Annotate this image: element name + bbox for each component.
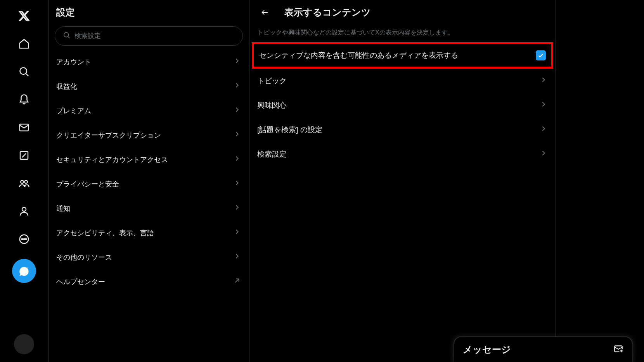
settings-item-label: プライバシーと安全 bbox=[56, 179, 119, 189]
chevron-right-icon bbox=[539, 76, 548, 86]
detail-description: トピックや興味関心などの設定に基づいてXの表示内容を決定します。 bbox=[249, 25, 556, 42]
back-button[interactable] bbox=[257, 5, 273, 20]
settings-search-input[interactable] bbox=[74, 32, 235, 40]
search-icon[interactable] bbox=[14, 61, 35, 82]
settings-header: 設定 bbox=[48, 0, 249, 22]
sensitive-media-label: センシティブな内容を含む可能性のあるメディアを表示する bbox=[259, 50, 458, 60]
chevron-right-icon bbox=[233, 252, 241, 262]
settings-item-premium[interactable]: プレミアム bbox=[48, 98, 249, 123]
avatar[interactable] bbox=[14, 334, 34, 354]
chevron-right-icon bbox=[539, 100, 548, 110]
settings-item-security[interactable]: セキュリティとアカウントアクセス bbox=[48, 147, 249, 172]
chevron-right-icon bbox=[233, 81, 241, 91]
detail-title: 表示するコンテンツ bbox=[284, 6, 371, 19]
svg-line-1 bbox=[26, 74, 28, 76]
settings-item-label: ヘルプセンター bbox=[56, 277, 105, 286]
chevron-right-icon bbox=[233, 130, 241, 140]
chevron-right-icon bbox=[539, 149, 548, 159]
messages-title: メッセージ bbox=[463, 343, 511, 356]
svg-point-7 bbox=[22, 207, 26, 211]
messages-dock[interactable]: メッセージ bbox=[454, 337, 632, 362]
settings-item-privacy[interactable]: プライバシーと安全 bbox=[48, 172, 249, 196]
svg-point-5 bbox=[21, 181, 24, 184]
settings-column: 設定 アカウント 収益化 プレミアム ク bbox=[48, 0, 249, 362]
svg-line-15 bbox=[68, 36, 69, 38]
detail-item-explore-settings[interactable]: [話題を検索] の設定 bbox=[249, 117, 556, 142]
sensitive-media-toggle-row[interactable]: センシティブな内容を含む可能性のあるメディアを表示する bbox=[252, 42, 553, 69]
chevron-right-icon bbox=[233, 179, 241, 189]
chevron-right-icon bbox=[233, 203, 241, 214]
messages-icon[interactable] bbox=[14, 117, 35, 138]
settings-item-label: アクセシビリティ、表示、言語 bbox=[56, 228, 154, 238]
settings-list: アカウント 収益化 プレミアム クリエイターサブスクリプション セキュリティとア… bbox=[48, 50, 249, 294]
compose-message-icon[interactable] bbox=[613, 344, 623, 355]
communities-icon[interactable] bbox=[14, 173, 35, 194]
settings-item-additional[interactable]: その他のリソース bbox=[48, 245, 249, 269]
svg-point-6 bbox=[24, 181, 28, 184]
settings-item-label: アカウント bbox=[56, 57, 91, 67]
detail-item-label: 興味関心 bbox=[257, 100, 287, 110]
detail-item-search-settings[interactable]: 検索設定 bbox=[249, 142, 556, 166]
more-icon[interactable] bbox=[14, 229, 35, 250]
settings-title: 設定 bbox=[56, 6, 241, 19]
chevron-right-icon bbox=[539, 124, 548, 135]
navigation-rail bbox=[0, 0, 48, 362]
x-logo-icon[interactable] bbox=[14, 5, 35, 26]
detail-column: 表示するコンテンツ トピックや興味関心などの設定に基づいてXの表示内容を決定しま… bbox=[249, 0, 556, 362]
chevron-right-icon bbox=[233, 105, 241, 116]
svg-point-0 bbox=[20, 67, 27, 74]
settings-item-label: 通知 bbox=[56, 204, 70, 213]
detail-item-interests[interactable]: 興味関心 bbox=[249, 93, 556, 117]
settings-item-label: プレミアム bbox=[56, 106, 91, 115]
profile-icon[interactable] bbox=[14, 201, 35, 222]
svg-point-11 bbox=[26, 239, 27, 240]
detail-item-label: 検索設定 bbox=[257, 149, 287, 159]
settings-item-creator-subscriptions[interactable]: クリエイターサブスクリプション bbox=[48, 123, 249, 147]
settings-item-accessibility[interactable]: アクセシビリティ、表示、言語 bbox=[48, 221, 249, 245]
sensitive-media-checkbox[interactable] bbox=[536, 50, 546, 60]
chevron-right-icon bbox=[233, 154, 241, 165]
search-icon bbox=[63, 31, 71, 41]
external-link-icon bbox=[233, 276, 241, 287]
detail-item-label: [話題を検索] の設定 bbox=[257, 125, 322, 135]
settings-item-help[interactable]: ヘルプセンター bbox=[48, 269, 249, 294]
detail-list: センシティブな内容を含む可能性のあるメディアを表示する トピック 興味関心 [話… bbox=[249, 42, 556, 166]
home-icon[interactable] bbox=[14, 33, 35, 54]
settings-item-notifications[interactable]: 通知 bbox=[48, 196, 249, 221]
compose-button[interactable] bbox=[12, 259, 36, 283]
chevron-right-icon bbox=[233, 57, 241, 67]
svg-point-10 bbox=[24, 239, 25, 240]
settings-item-label: セキュリティとアカウントアクセス bbox=[56, 155, 168, 164]
settings-item-label: 収益化 bbox=[56, 82, 77, 91]
detail-item-topics[interactable]: トピック bbox=[249, 69, 556, 93]
notifications-icon[interactable] bbox=[14, 89, 35, 110]
search-box[interactable] bbox=[55, 26, 243, 46]
svg-line-4 bbox=[22, 153, 26, 157]
chevron-right-icon bbox=[233, 228, 241, 238]
settings-item-label: クリエイターサブスクリプション bbox=[56, 131, 161, 140]
settings-item-label: その他のリソース bbox=[56, 253, 112, 262]
settings-item-account[interactable]: アカウント bbox=[48, 50, 249, 74]
svg-point-14 bbox=[64, 33, 69, 37]
settings-item-monetization[interactable]: 収益化 bbox=[48, 74, 249, 98]
svg-point-9 bbox=[22, 239, 23, 240]
grok-icon[interactable] bbox=[14, 145, 35, 166]
detail-item-label: トピック bbox=[257, 76, 287, 86]
detail-header: 表示するコンテンツ bbox=[249, 0, 556, 25]
